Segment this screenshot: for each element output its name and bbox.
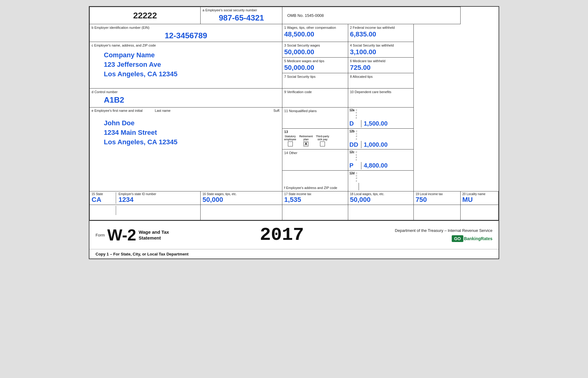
box20-label: 20 Locality name: [462, 192, 497, 196]
employee-label: e Employee's first name and initial: [92, 109, 143, 112]
ssn-value: 987-65-4321: [202, 12, 280, 23]
statutory-box: [288, 142, 293, 146]
box15-state: CA: [92, 196, 114, 204]
box12a-row: D 1,500.00: [349, 120, 412, 127]
box15-employer-id-label: Employer's state ID number: [119, 192, 156, 196]
box19-label: 19 Local income tax: [416, 192, 458, 196]
thirdparty-checkbox: Third-partysick pay: [316, 135, 329, 146]
box16-value: 50,000: [202, 196, 280, 204]
box14-label: 14 Other: [284, 151, 297, 155]
ein-label: b Employer identification number (EIN): [92, 26, 149, 29]
box13-checkboxes: Statutoryemployee Retirementplan X Third…: [284, 135, 346, 146]
box12c-row: P 4,800.00: [349, 162, 412, 169]
logo-area: GO BankingRates: [395, 235, 492, 242]
box12b-label: 12b: [349, 130, 355, 133]
form-id: 22222: [92, 11, 198, 21]
box2-label: 2 Federal income tax withheld: [350, 26, 395, 29]
box4-value: 3,100.00: [350, 48, 412, 56]
retirement-checkbox: Retirementplan X: [299, 135, 313, 146]
box12b-code: DD: [349, 141, 359, 148]
box12a-code: D: [349, 120, 359, 127]
footer-form: Form W-2 Wage and Tax Statement: [96, 227, 169, 243]
employer-address1: 123 Jefferson Ave: [104, 60, 280, 70]
box16-label: 16 State wages, tips, etc.: [202, 192, 280, 196]
employee-address1: 1234 Main Street: [104, 128, 280, 138]
employee-zip-label: f Employee's address and ZIP code: [284, 186, 337, 190]
retirement-check: X: [305, 142, 307, 146]
box12b-row: DD 1,000.00: [349, 141, 412, 148]
box12c-label: 12c: [349, 150, 355, 154]
box17-label: 17 State income tax: [284, 192, 346, 196]
employee-address2: Los Angeles, CA 12345: [104, 138, 280, 147]
box15-id: 1234: [119, 196, 156, 204]
footer-irs: Department of the Treasury – Internal Re…: [395, 228, 492, 242]
w2-form: 22222 a Employee's social security numbe…: [89, 6, 499, 259]
box4-label: 4 Social Security tax withheld: [350, 43, 394, 47]
box11-label: 11 Nonqualified plans: [284, 109, 317, 113]
box12d-label: 12d: [349, 172, 355, 175]
box1-label: 1 Wages, tips, other compensation: [284, 26, 336, 29]
box20-value: MU: [462, 196, 497, 204]
employer-name: Company Name: [104, 51, 280, 60]
box12a-value: 1,500.00: [364, 120, 388, 127]
footer-w2: W-2: [107, 227, 136, 243]
banking-label: BankingRates: [464, 236, 492, 241]
box2-value: 6,835.00: [350, 30, 412, 38]
employee-suff: Suff.: [273, 109, 280, 112]
box9-label: 9 Verification code: [284, 90, 312, 94]
omb-number: OMB No. 1545-0008: [287, 13, 324, 18]
employee-name: John Doe: [104, 119, 280, 128]
box3-label: 3 Social Security wages: [284, 43, 320, 47]
box5-value: 50,000.00: [284, 64, 346, 72]
control-label: d Control number: [92, 90, 118, 94]
control-value: A1B2: [92, 94, 280, 106]
box18-value: 50,000: [350, 196, 412, 204]
ein-value: 12-3456789: [92, 31, 280, 40]
go-label: GO: [452, 235, 463, 242]
box17-value: 1,535: [284, 196, 346, 204]
box6-label: 6 Medicare tax withheld: [350, 59, 386, 63]
box15-label: 15 State: [92, 192, 114, 196]
employer-address: Company Name 123 Jefferson Ave Los Angel…: [92, 47, 280, 82]
box12b-value: 1,000.00: [364, 141, 388, 148]
box12c-value: 4,800.00: [364, 162, 388, 169]
employee-info: John Doe 1234 Main Street Los Angeles, C…: [92, 112, 280, 150]
box13-label: 13: [284, 130, 346, 134]
footer-title: Wage and Tax Statement: [139, 229, 169, 241]
statutory-checkbox: Statutoryemployee: [284, 135, 296, 146]
employer-label: c Employer's name, address, and ZIP code: [92, 43, 156, 47]
employer-address2: Los Angeles, CA 12345: [104, 70, 280, 79]
box19-value: 750: [416, 196, 458, 204]
box5-label: 5 Medicare wages and tips: [284, 59, 324, 63]
box6-value: 725.00: [350, 64, 412, 72]
footer-form-label: Form: [96, 233, 105, 237]
employee-lastname-label: Last name: [155, 109, 171, 112]
box12d-row: [349, 183, 412, 190]
footer-year: 2017: [260, 225, 304, 245]
box7-label: 7 Social Security tips: [284, 75, 315, 78]
box12a-label: 12a: [349, 108, 355, 112]
ssn-label: a Employee's social security number: [202, 8, 280, 12]
box10-label: 10 Dependent care benefits: [350, 90, 391, 94]
box1-value: 48,500.00: [284, 30, 346, 38]
go-banking-logo: GO BankingRates: [452, 235, 492, 242]
thirdparty-box: [320, 142, 325, 146]
box12c-code: P: [349, 162, 359, 169]
box3-value: 50,000.00: [284, 48, 346, 56]
footer-copy: Copy 1 – For State, City, or Local Tax D…: [96, 252, 189, 256]
retirement-box: X: [303, 142, 308, 146]
box18-label: 18 Local wages, tips, etc.: [350, 192, 412, 196]
box8-label: 8 Allocated tips: [350, 75, 373, 78]
